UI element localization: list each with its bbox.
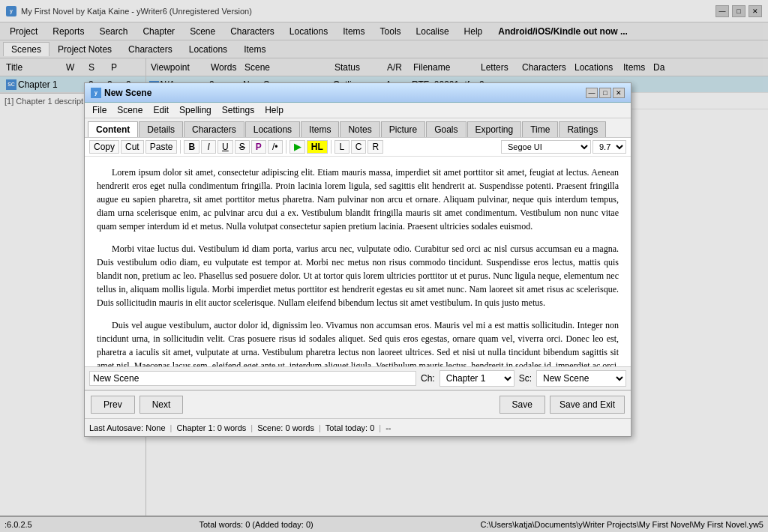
text-editor[interactable]: Lorem ipsum dolor sit amet, consectetur … — [85, 157, 631, 366]
dialog-title: y New Scene — [91, 88, 152, 98]
paste-btn[interactable]: Paste — [146, 140, 178, 154]
separator-2 — [286, 140, 286, 154]
dialog-tab-content[interactable]: Content — [88, 121, 138, 137]
dialog-tab-items[interactable]: Items — [301, 121, 339, 137]
nav-right: Save Save and Exit — [500, 396, 625, 414]
font-select[interactable]: Segoe UI — [501, 140, 591, 154]
separator-1 — [180, 140, 181, 154]
sep-4: | — [379, 423, 381, 432]
separator-3 — [331, 140, 332, 154]
dialog-tab-goals[interactable]: Goals — [426, 121, 466, 137]
dialog-menu-spelling[interactable]: Spelling — [175, 104, 216, 116]
dialog-icon: y — [91, 88, 101, 98]
dialog-menu-edit[interactable]: Edit — [148, 104, 173, 116]
sep-1: | — [170, 423, 172, 432]
dialog-tab-notes[interactable]: Notes — [340, 121, 380, 137]
dialog-close[interactable]: ✕ — [613, 88, 625, 98]
dialog-menu-scene[interactable]: Scene — [112, 104, 147, 116]
dialog-tab-time[interactable]: Time — [522, 121, 558, 137]
dialog-tabs: Content Details Characters Locations Ite… — [85, 118, 631, 137]
new-scene-dialog: y New Scene — □ ✕ File Scene Edit Spelli… — [84, 82, 632, 437]
align-right-btn[interactable]: R — [368, 140, 383, 154]
status-chapter-words: Chapter 1: 0 words — [176, 423, 246, 432]
save-exit-btn[interactable]: Save and Exit — [550, 396, 625, 414]
dialog-tab-ratings[interactable]: Ratings — [559, 121, 606, 137]
dialog-tab-locations[interactable]: Locations — [245, 121, 300, 137]
paragraph-1: Lorem ipsum dolor sit amet, consectetur … — [97, 166, 619, 233]
dialog-maximize[interactable]: □ — [599, 88, 611, 98]
dialog-minimize[interactable]: — — [586, 88, 598, 98]
dialog-tab-exporting[interactable]: Exporting — [467, 121, 522, 137]
bold-btn[interactable]: B — [184, 140, 200, 154]
highlight-btn[interactable]: HL — [307, 140, 328, 154]
align-center-btn[interactable]: C — [351, 140, 367, 154]
sep-2: | — [250, 423, 253, 432]
dialog-tab-picture[interactable]: Picture — [381, 121, 425, 137]
dialog-menu: File Scene Edit Spelling Settings Help — [85, 103, 631, 118]
dialog-tab-characters[interactable]: Characters — [184, 121, 244, 137]
status-autosave: Last Autosave: None — [89, 423, 166, 432]
scene-label-sc: Sc: — [519, 373, 532, 384]
copy-btn[interactable]: Copy — [89, 140, 119, 154]
scene-select[interactable]: New Scene — [536, 370, 626, 387]
paragraph-2: Morbi vitae luctus dui. Vestibulum id di… — [97, 242, 619, 309]
prev-btn[interactable]: Prev — [91, 396, 135, 414]
status-extra: -- — [386, 423, 391, 432]
play-btn[interactable]: ▶ — [290, 140, 305, 154]
format-toolbar: Copy Cut Paste B I U S P /• ▶ HL L C R S… — [85, 138, 631, 157]
chapter-select[interactable]: Chapter 1 — [440, 370, 514, 387]
slash-btn[interactable]: /• — [268, 140, 283, 154]
dialog-menu-settings[interactable]: Settings — [218, 104, 259, 116]
scene-name-bar: Ch: Chapter 1 Sc: New Scene — [85, 366, 631, 390]
underline-btn[interactable]: U — [218, 140, 233, 154]
scene-name-input[interactable] — [89, 371, 416, 386]
cut-btn[interactable]: Cut — [121, 140, 144, 154]
nav-bar: Prev Next Save Save and Exit — [85, 390, 631, 418]
next-btn[interactable]: Next — [140, 396, 184, 414]
dialog-title-bar: y New Scene — □ ✕ — [85, 83, 631, 103]
status-scene-words: Scene: 0 words — [257, 423, 314, 432]
align-left-btn[interactable]: L — [334, 140, 350, 154]
dialog-content-area: Copy Cut Paste B I U S P /• ▶ HL L C R S… — [85, 137, 631, 366]
dialog-status-bar: Last Autosave: None | Chapter 1: 0 words… — [85, 418, 631, 436]
dialog-menu-help[interactable]: Help — [260, 104, 288, 116]
purple-btn[interactable]: P — [251, 140, 266, 154]
save-btn[interactable]: Save — [500, 396, 545, 414]
chapter-label: Ch: — [421, 373, 435, 384]
italic-btn[interactable]: I — [201, 140, 216, 154]
strike-btn[interactable]: S — [235, 140, 250, 154]
dialog-menu-file[interactable]: File — [88, 104, 111, 116]
nav-left: Prev Next — [91, 396, 183, 414]
paragraph-3: Duis vel augue vestibulum, auctor dolor … — [97, 318, 619, 366]
status-today: Total today: 0 — [326, 423, 374, 432]
font-size-select[interactable]: 9.75 — [592, 140, 626, 154]
sep-3: | — [319, 423, 321, 432]
dialog-tab-details[interactable]: Details — [139, 121, 183, 137]
dialog-controls: — □ ✕ — [586, 88, 625, 98]
